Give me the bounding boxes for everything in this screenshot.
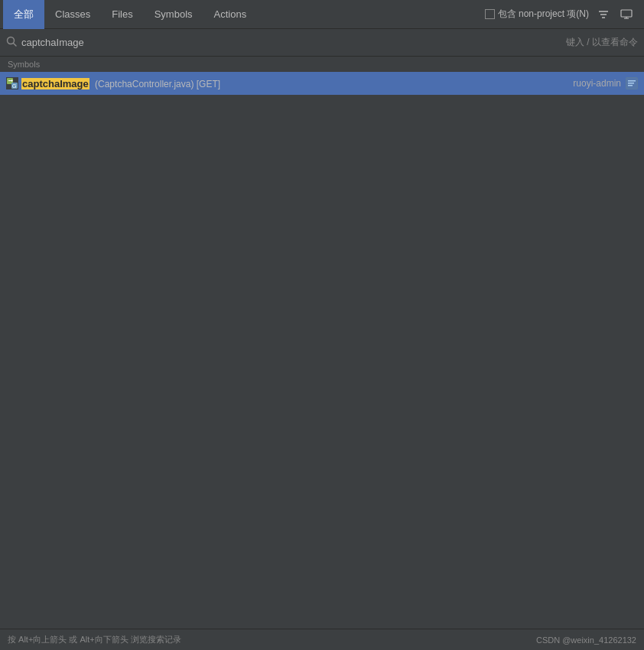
status-bar: 按 Alt+向上箭头 或 Alt+向下箭头 浏览搜索记录 CSDN @weixi… <box>0 629 644 650</box>
result-name: captchaImage (CaptchaController.java) [G… <box>21 78 220 89</box>
svg-rect-16 <box>628 85 633 86</box>
tab-bar-right: 包含 non-project 项(N) <box>485 6 641 23</box>
status-left: 按 Alt+向上箭头 或 Alt+向下箭头 浏览搜索记录 <box>8 634 181 645</box>
monitor-icon <box>620 9 633 20</box>
tab-actions[interactable]: Actions <box>203 0 258 29</box>
status-right: CSDN @weixin_41262132 <box>536 635 636 645</box>
tab-symbols[interactable]: Symbols <box>144 0 203 29</box>
result-right: ruoyi-admin <box>573 77 638 89</box>
non-project-checkbox[interactable] <box>485 9 495 19</box>
svg-rect-3 <box>621 10 632 17</box>
svg-rect-14 <box>628 80 636 82</box>
non-project-checkbox-container[interactable]: 包含 non-project 项(N) <box>485 8 589 21</box>
tab-classes[interactable]: Classes <box>44 0 101 29</box>
filter-icon <box>598 9 609 20</box>
result-left: G captchaImage (CaptchaController.java) … <box>6 77 573 89</box>
section-label: Symbols <box>0 57 644 72</box>
module-name: ruoyi-admin <box>573 78 621 89</box>
result-item[interactable]: G captchaImage (CaptchaController.java) … <box>0 72 644 95</box>
tab-bar: 全部 Classes Files Symbols Actions 包含 non-… <box>0 0 644 29</box>
content-area <box>0 95 644 645</box>
result-highlight: captchaImage <box>21 78 89 89</box>
search-icon <box>6 36 17 49</box>
non-project-label: 包含 non-project 项(N) <box>498 8 589 21</box>
get-method-icon: G <box>6 77 18 89</box>
search-hint: 键入 / 以查看命令 <box>566 36 638 49</box>
module-icon <box>626 77 638 89</box>
search-bar: 键入 / 以查看命令 <box>0 29 644 57</box>
tab-all[interactable]: 全部 <box>3 0 44 29</box>
result-detail: (CaptchaController.java) [GET] <box>93 79 220 89</box>
filter-icon-btn[interactable] <box>595 6 612 23</box>
svg-rect-15 <box>628 83 634 84</box>
monitor-icon-btn[interactable] <box>618 6 635 23</box>
svg-text:G: G <box>12 83 16 89</box>
search-input[interactable] <box>21 37 561 48</box>
tab-files[interactable]: Files <box>101 0 143 29</box>
svg-line-7 <box>14 44 17 47</box>
